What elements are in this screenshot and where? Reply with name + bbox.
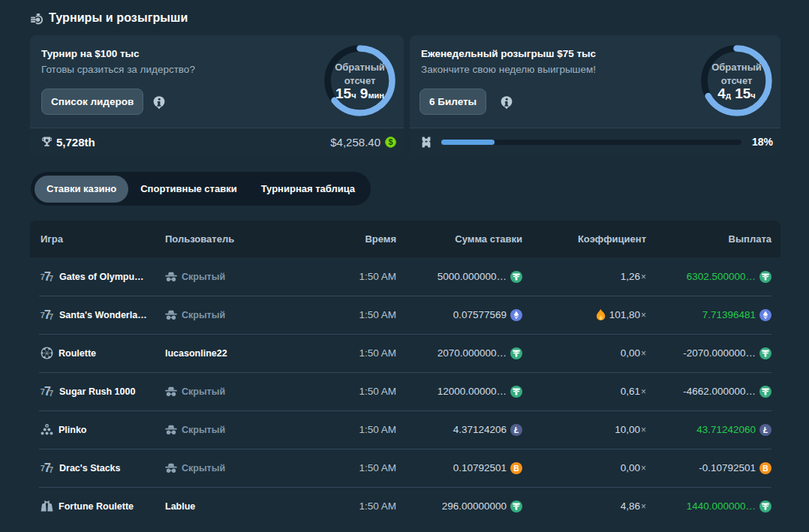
svg-text:Ł: Ł xyxy=(513,425,519,434)
svg-text:7: 7 xyxy=(49,311,53,320)
svg-text:$: $ xyxy=(388,137,392,146)
svg-text:7: 7 xyxy=(49,273,53,282)
svg-text:7: 7 xyxy=(49,464,53,473)
svg-text:B: B xyxy=(762,464,768,472)
svg-text:7: 7 xyxy=(49,388,53,397)
svg-text:B: B xyxy=(513,464,519,472)
svg-text:Ł: Ł xyxy=(762,425,768,434)
